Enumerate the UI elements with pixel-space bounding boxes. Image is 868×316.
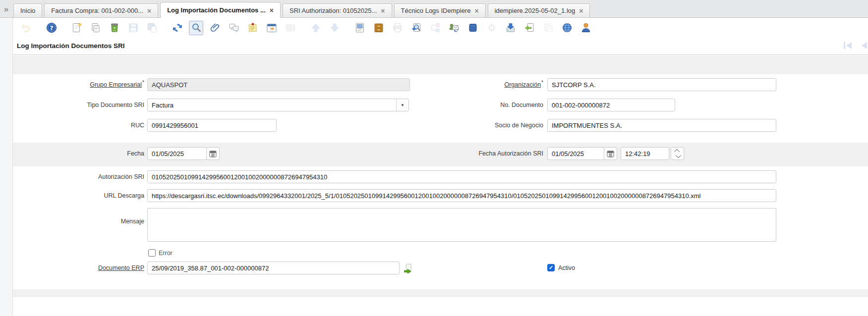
product-info-icon[interactable] (465, 21, 480, 35)
tab-inicio[interactable]: Inicio (13, 3, 42, 17)
tab-label: SRI Authorization: 01052025... (289, 7, 377, 14)
close-icon[interactable]: × (579, 7, 583, 14)
url-descarga-field[interactable] (147, 189, 776, 202)
tab-idempiere-log[interactable]: idempiere.2025-05-02_1.log × (488, 3, 590, 17)
fecha-field[interactable] (147, 147, 207, 160)
tab-bar: » Inicio Factura Compra: 001-002-000... … (0, 0, 868, 18)
toggle-view-icon (283, 21, 297, 35)
tab-label: idempiere.2025-05-02_1.log (495, 7, 576, 14)
close-icon[interactable]: × (147, 7, 151, 14)
zoom-across-icon[interactable] (409, 21, 423, 35)
fecha-label: Fecha (10, 147, 144, 160)
socio-de-negocio-field[interactable] (547, 119, 776, 132)
parent-record-icon (308, 21, 323, 35)
help-icon[interactable]: ? (44, 21, 58, 35)
tipo-documento-sri-label: Tipo Documento SRI (10, 99, 144, 111)
no-documento-field[interactable] (547, 99, 675, 111)
ruc-label: RUC (10, 119, 144, 132)
csv-import-icon (541, 21, 555, 35)
report-icon[interactable] (352, 21, 367, 35)
calendar-picker-icon[interactable] (604, 147, 617, 160)
toolbar: ? (13, 18, 868, 38)
attachment-icon[interactable] (208, 21, 222, 35)
autorizacion-sri-label: Autorización SRI (10, 170, 144, 183)
fecha-autorizacion-date-field[interactable] (547, 147, 604, 160)
delete-record-icon[interactable] (107, 21, 121, 35)
documento-erp-field[interactable] (147, 262, 400, 274)
close-icon[interactable]: × (474, 7, 478, 14)
first-record-icon[interactable] (844, 42, 852, 49)
fecha-autorizacion-time-field[interactable] (621, 147, 669, 160)
tab-sri-authorization[interactable]: SRI Authorization: 01052025... × (283, 3, 392, 17)
tipo-documento-sri-combobox[interactable]: Factura ▼ (147, 99, 409, 111)
calendar-icon[interactable] (264, 21, 279, 35)
row-stripe (13, 289, 868, 297)
print-icon (390, 21, 405, 35)
close-icon[interactable]: × (381, 7, 385, 14)
previous-record-icon[interactable] (862, 42, 867, 49)
workflow-icon (428, 21, 442, 35)
activo-checkbox[interactable]: ✓ (547, 264, 555, 271)
title-bar: Log Importación Documentos SRI (13, 38, 868, 55)
close-icon[interactable]: × (270, 7, 274, 14)
note-icon[interactable] (245, 21, 260, 35)
undo-icon (19, 21, 33, 35)
grupo-empresarial-label[interactable]: Grupo Empresarial* (10, 78, 144, 92)
error-label: Error (159, 249, 173, 257)
combobox-value: Factura (148, 102, 396, 109)
user-icon[interactable] (579, 21, 593, 35)
mensaje-label: Mensaje (10, 215, 144, 228)
activo-label: Activo (558, 264, 575, 272)
export-icon[interactable] (503, 21, 518, 35)
chevron-down-icon[interactable]: ▼ (396, 99, 408, 111)
url-descarga-label: URL Descarga (10, 189, 144, 202)
tab-label: Inicio (20, 7, 35, 14)
tab-label: Factura Compra: 001-002-000... (51, 7, 143, 14)
expand-sidebar-icon[interactable]: » (4, 5, 8, 13)
tab-tecnico-logs[interactable]: Técnico Logs IDempiere × (394, 3, 486, 17)
calendar-picker-icon[interactable] (206, 147, 220, 160)
autorizacion-sri-field[interactable] (147, 170, 776, 183)
copy-record-icon[interactable] (88, 21, 103, 35)
requests-icon[interactable] (447, 21, 461, 35)
time-spinner[interactable] (671, 147, 684, 160)
new-record-icon[interactable] (69, 21, 84, 35)
tab-label: Técnico Logs IDempiere (401, 7, 471, 14)
web-icon[interactable] (560, 21, 574, 35)
row-stripe (13, 55, 868, 74)
detail-record-icon (327, 21, 342, 35)
refresh-icon[interactable] (170, 21, 184, 35)
save-create-new-icon (145, 21, 159, 35)
documento-erp-label[interactable]: Documento ERP (10, 262, 144, 274)
ruc-field[interactable] (147, 119, 277, 132)
socio-de-negocio-label: Socio de Negocio (416, 119, 543, 132)
process-icon (484, 21, 499, 35)
grupo-empresarial-field (147, 78, 410, 91)
save-icon (126, 21, 140, 35)
page-title: Log Importación Documentos SRI (17, 42, 125, 50)
organizacion-field[interactable] (547, 78, 776, 91)
organizacion-label[interactable]: Organización* (416, 78, 543, 92)
fecha-autorizacion-sri-label: Fecha Autorización SRI (416, 147, 543, 160)
chat-icon[interactable] (227, 21, 241, 35)
file-import-icon[interactable] (522, 21, 536, 35)
tab-log-importacion-documentos[interactable]: Log Importación Documentos ... × (160, 2, 281, 18)
no-documento-label: No. Documento (416, 99, 543, 111)
idempiere-window: { "tab_bar": { "expand_button": "»", "cl… (0, 0, 868, 316)
mensaje-field[interactable] (147, 208, 776, 242)
archive-icon[interactable] (371, 21, 386, 35)
error-checkbox[interactable] (148, 249, 156, 257)
zoom-record-icon[interactable] (401, 262, 414, 274)
find-icon[interactable] (189, 21, 203, 35)
tab-label: Log Importación Documentos ... (167, 6, 266, 14)
tab-factura-compra[interactable]: Factura Compra: 001-002-000... × (44, 3, 158, 17)
svg-text:?: ? (50, 25, 53, 32)
